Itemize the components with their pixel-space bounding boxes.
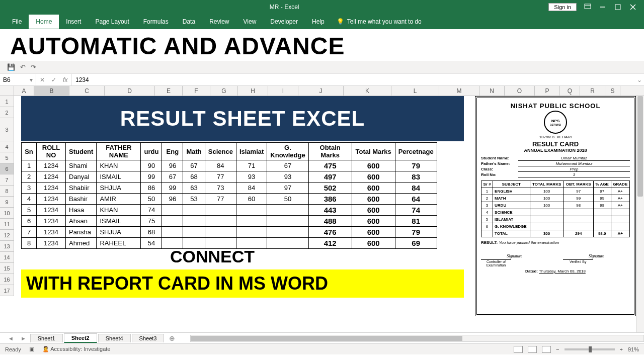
table-cell[interactable]: 475 xyxy=(308,160,352,171)
table-cell[interactable]: Shami xyxy=(66,160,97,171)
ribbon-tab-data[interactable]: Data xyxy=(176,15,202,29)
col-header-J[interactable]: J xyxy=(298,86,344,96)
table-cell[interactable]: 63 xyxy=(183,183,205,194)
ribbon-tab-file[interactable]: File xyxy=(5,15,29,29)
table-cell[interactable] xyxy=(183,205,205,216)
table-cell[interactable]: SHJUA xyxy=(97,227,141,238)
table-cell[interactable]: 50 xyxy=(267,194,308,205)
table-cell[interactable] xyxy=(236,227,267,238)
table-cell[interactable]: 79 xyxy=(395,160,437,171)
table-cell[interactable]: 1234 xyxy=(37,160,66,171)
table-cell[interactable] xyxy=(162,227,183,238)
table-cell[interactable]: 1234 xyxy=(37,227,66,238)
sheet-tab-sheet4[interactable]: Sheet4 xyxy=(98,334,131,342)
table-cell[interactable] xyxy=(267,205,308,216)
row-header-5[interactable]: 5 xyxy=(0,152,14,163)
table-cell[interactable]: 1 xyxy=(22,160,37,171)
table-cell[interactable]: 74 xyxy=(141,205,162,216)
fx-icon[interactable]: fx xyxy=(63,76,67,83)
row-header-6[interactable]: 6 xyxy=(0,163,14,174)
sign-in-button[interactable]: Sign in xyxy=(548,3,577,11)
new-sheet-icon[interactable]: ⊕ xyxy=(165,334,179,342)
col-header-I[interactable]: I xyxy=(268,86,298,96)
cells-canvas[interactable]: RESULT SHEET EXCEL SnROLL NOStudentFATHE… xyxy=(14,96,644,296)
table-cell[interactable]: 600 xyxy=(352,205,395,216)
table-cell[interactable]: ISMAIL xyxy=(97,216,141,227)
cancel-icon[interactable]: ✕ xyxy=(40,76,45,83)
sheet-tab-sheet1[interactable]: Sheet1 xyxy=(30,334,63,342)
table-cell[interactable]: 497 xyxy=(308,171,352,183)
table-cell[interactable]: 1234 xyxy=(37,171,66,183)
col-header-O[interactable]: O xyxy=(505,86,535,96)
table-cell[interactable] xyxy=(267,227,308,238)
zoom-out-icon[interactable]: − xyxy=(556,346,559,352)
table-cell[interactable]: 96 xyxy=(162,194,183,205)
sheet-nav-prev-icon[interactable]: ◄ xyxy=(5,335,17,341)
table-cell[interactable]: 68 xyxy=(183,171,205,183)
table-cell[interactable]: 412 xyxy=(308,238,352,249)
table-cell[interactable]: 74 xyxy=(395,205,437,216)
save-icon[interactable]: 💾 xyxy=(7,63,15,71)
horizontal-scrollbar[interactable] xyxy=(190,335,644,342)
table-cell[interactable]: 50 xyxy=(141,194,162,205)
accessibility-status[interactable]: 🙎 Accessibility: Investigate xyxy=(42,346,111,352)
ribbon-tab-page-layout[interactable]: Page Layout xyxy=(88,15,136,29)
col-header-B[interactable]: B xyxy=(34,86,69,96)
table-cell[interactable]: 1234 xyxy=(37,194,66,205)
table-cell[interactable]: 600 xyxy=(352,183,395,194)
row-header-16[interactable]: 16 xyxy=(0,274,14,285)
table-cell[interactable]: 600 xyxy=(352,160,395,171)
table-cell[interactable]: 7 xyxy=(22,227,37,238)
table-cell[interactable]: 386 xyxy=(308,194,352,205)
col-header-P[interactable]: P xyxy=(535,86,560,96)
table-cell[interactable]: 77 xyxy=(205,171,236,183)
page-layout-view-icon[interactable] xyxy=(528,346,537,353)
ribbon-tab-view[interactable]: View xyxy=(236,15,264,29)
table-cell[interactable]: Hasa xyxy=(66,205,97,216)
table-cell[interactable]: Danyal xyxy=(66,171,97,183)
normal-view-icon[interactable] xyxy=(514,346,523,353)
table-cell[interactable]: 68 xyxy=(141,227,162,238)
table-cell[interactable]: 83 xyxy=(395,171,437,183)
col-header-E[interactable]: E xyxy=(155,86,183,96)
table-cell[interactable]: 84 xyxy=(236,183,267,194)
table-cell[interactable] xyxy=(162,205,183,216)
vertical-scrollbar[interactable] xyxy=(636,96,644,332)
row-header-2[interactable]: 2 xyxy=(0,107,14,118)
select-all-cell[interactable] xyxy=(0,86,14,96)
table-cell[interactable]: 64 xyxy=(395,194,437,205)
col-header-Q[interactable]: Q xyxy=(560,86,580,96)
table-cell[interactable]: 86 xyxy=(141,183,162,194)
col-header-D[interactable]: D xyxy=(105,86,155,96)
zoom-slider[interactable] xyxy=(565,348,615,350)
col-header-F[interactable]: F xyxy=(183,86,210,96)
table-cell[interactable]: 600 xyxy=(352,216,395,227)
table-cell[interactable]: 54 xyxy=(141,238,162,249)
table-cell[interactable]: 99 xyxy=(141,171,162,183)
table-cell[interactable]: 600 xyxy=(352,227,395,238)
col-header-H[interactable]: H xyxy=(238,86,268,96)
zoom-level[interactable]: 91% xyxy=(628,346,639,352)
table-cell[interactable]: 488 xyxy=(308,216,352,227)
table-cell[interactable]: 84 xyxy=(395,183,437,194)
table-cell[interactable]: 1234 xyxy=(37,205,66,216)
table-cell[interactable]: 90 xyxy=(141,160,162,171)
macro-record-icon[interactable]: ▣ xyxy=(29,346,34,352)
row-header-9[interactable]: 9 xyxy=(0,197,14,208)
table-cell[interactable]: 67 xyxy=(162,171,183,183)
table-cell[interactable] xyxy=(267,238,308,249)
table-cell[interactable]: 75 xyxy=(141,216,162,227)
table-cell[interactable]: Bashir xyxy=(66,194,97,205)
ribbon-tab-formulas[interactable]: Formulas xyxy=(136,15,176,29)
table-cell[interactable]: 600 xyxy=(352,238,395,249)
ribbon-tab-home[interactable]: Home xyxy=(29,15,59,29)
table-cell[interactable]: KHAN xyxy=(97,205,141,216)
table-cell[interactable] xyxy=(162,216,183,227)
ribbon-tab-insert[interactable]: Insert xyxy=(59,15,88,29)
col-header-M[interactable]: M xyxy=(439,86,479,96)
table-cell[interactable]: KHAN xyxy=(97,160,141,171)
table-cell[interactable]: 4 xyxy=(22,194,37,205)
table-cell[interactable]: 73 xyxy=(205,183,236,194)
table-cell[interactable]: 600 xyxy=(352,171,395,183)
redo-icon[interactable]: ↷ xyxy=(31,63,36,71)
